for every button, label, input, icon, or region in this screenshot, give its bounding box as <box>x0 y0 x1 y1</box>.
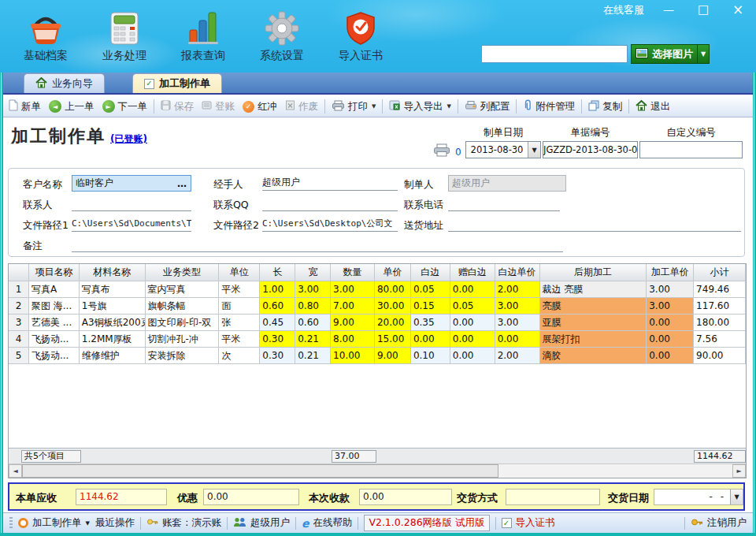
receivable-field[interactable]: 1144.62 <box>76 489 167 505</box>
grid-cell[interactable]: 0.00 <box>647 331 694 348</box>
next-order-button[interactable]: ► 下一单 <box>98 99 152 115</box>
grid-cell[interactable]: 3.00 <box>495 298 540 315</box>
delivery-method-field[interactable] <box>506 489 600 505</box>
custom-no-field[interactable] <box>639 141 743 158</box>
grid-header-cell[interactable]: 白边单价 <box>495 264 540 281</box>
nav-import-certificate[interactable]: 导入证书 <box>329 6 392 63</box>
grid-cell[interactable]: 安装拆除 <box>146 348 220 364</box>
status-doc-type[interactable]: 加工制作单 ▼ <box>18 516 90 530</box>
grid-header-cell[interactable]: 赠白边 <box>450 264 495 281</box>
grid-cell[interactable]: 展架打扣 <box>540 331 647 348</box>
status-online-help[interactable]: e 在线帮助 <box>302 516 353 530</box>
grid-cell[interactable]: 180.00 <box>694 315 746 331</box>
grid-cell[interactable]: 0.00 <box>450 348 495 364</box>
grid-cell[interactable]: 写真A <box>29 281 80 298</box>
grid-cell[interactable]: 0.60 <box>260 298 295 315</box>
grid-header-cell[interactable]: 项目名称 <box>29 264 80 281</box>
doc-no-field[interactable]: JGZZD-2013-08-30-001 <box>543 141 638 158</box>
grid-header-cell[interactable]: 长 <box>260 264 295 281</box>
grid-header-cell[interactable]: 宽 <box>295 264 331 281</box>
grid-cell[interactable]: 0.45 <box>260 315 295 331</box>
tab-processing-order[interactable]: ✓ 加工制作单 <box>132 73 222 93</box>
post-account-button[interactable]: 登账 <box>198 99 239 115</box>
grid-cell[interactable]: 80.00 <box>375 281 411 298</box>
grid-cell[interactable]: 117.60 <box>694 298 746 315</box>
row-number[interactable]: 4 <box>9 331 29 348</box>
import-export-button[interactable]: 导入导出 ▼ <box>385 99 454 115</box>
printer-icon[interactable] <box>433 143 450 160</box>
scroll-left-button[interactable]: ◄ <box>9 464 22 478</box>
grid-cell[interactable]: 749.46 <box>694 281 746 298</box>
status-import-certificate[interactable]: ✓ 导入证书 <box>502 516 555 530</box>
grid-cell[interactable]: 0.00 <box>411 331 450 348</box>
save-button[interactable]: 保存 <box>157 99 198 115</box>
grid-cell[interactable]: 9.00 <box>331 315 375 331</box>
prev-order-button[interactable]: ◄ 上一单 <box>45 99 98 115</box>
grid-cell[interactable]: 10.00 <box>331 348 375 364</box>
grid-cell[interactable]: 0.00 <box>450 331 495 348</box>
grid-cell[interactable]: 0.00 <box>647 315 694 331</box>
grid-cell[interactable]: 聚图 海... <box>29 298 80 315</box>
browse-ellipsis-button[interactable]: … <box>174 178 191 189</box>
grid-cell[interactable]: 亚膜 <box>540 315 647 331</box>
grid-cell[interactable]: 1.2MM厚板 <box>80 331 146 348</box>
nav-report-query[interactable]: 报表查询 <box>172 6 235 63</box>
grid-cell[interactable]: 7.00 <box>331 298 375 315</box>
grid-cell[interactable]: 2.00 <box>495 348 540 364</box>
grid-cell[interactable]: 1.00 <box>260 281 295 298</box>
grid-cell[interactable]: A3铜板纸200克 <box>80 315 146 331</box>
print-button[interactable]: 打印 ▼ <box>328 99 380 115</box>
grid-cell[interactable]: 0.10 <box>411 348 450 364</box>
grid-cell[interactable]: 20.00 <box>375 315 411 331</box>
grid-cell[interactable]: 维修维护 <box>80 348 146 364</box>
grid-cell[interactable]: 0.21 <box>295 348 331 364</box>
grid-header-cell[interactable]: 单位 <box>219 264 260 281</box>
grid-cell[interactable]: 次 <box>219 348 260 364</box>
grid-header-cell[interactable]: 单价 <box>375 264 411 281</box>
status-recent-actions[interactable]: 最近操作 <box>95 516 135 530</box>
handler-field[interactable]: 超级用户 <box>262 175 398 191</box>
nav-business-process[interactable]: 业务处理 <box>93 6 156 63</box>
void-button[interactable]: 作废 <box>281 99 322 115</box>
customer-field[interactable]: 临时客户 … <box>72 175 191 192</box>
new-order-button[interactable]: 新单 <box>5 98 45 115</box>
exit-button[interactable]: 退出 <box>632 99 674 115</box>
grid-cell[interactable]: 0.35 <box>411 315 450 331</box>
received-field[interactable]: 0.00 <box>359 489 452 505</box>
grid-cell[interactable]: 图文印刷-印-双 <box>146 315 220 331</box>
attachment-manager-button[interactable]: 附件管理 <box>519 98 579 115</box>
grid-cell[interactable]: 1号旗 <box>80 298 146 315</box>
tab-business-wizard[interactable]: 业务向导 <box>24 73 105 93</box>
grid-header-cell[interactable]: 加工单价 <box>647 264 694 281</box>
file-path1-field[interactable]: C:\Users\Sd\Documents\Te: <box>72 216 191 232</box>
red-reverse-button[interactable]: ✓ 红冲 <box>239 99 281 115</box>
grid-cell[interactable]: 3.00 <box>647 281 694 298</box>
grid-cell[interactable]: 平米 <box>219 281 260 298</box>
grid-cell[interactable]: 面 <box>219 298 260 315</box>
grid-cell[interactable]: 0.21 <box>295 331 331 348</box>
grid-cell[interactable]: 裁边 亮膜 <box>540 281 647 298</box>
status-current-user[interactable]: 超级用户 <box>233 516 290 530</box>
chevron-down-icon[interactable]: ▼ <box>697 45 709 63</box>
chevron-down-icon[interactable]: ▼ <box>447 103 450 110</box>
phone-field[interactable] <box>448 195 560 211</box>
column-config-button[interactable]: 列配置 <box>461 99 514 115</box>
scroll-right-button[interactable]: ► <box>732 464 746 478</box>
grid-cell[interactable]: 15.00 <box>375 331 411 348</box>
grid-header-cell[interactable]: 材料名称 <box>80 264 146 281</box>
online-support-link[interactable]: 在线客服 <box>603 3 644 17</box>
grid-header-cell[interactable]: 白边 <box>411 264 450 281</box>
grid-cell[interactable]: 飞扬动... <box>29 348 80 364</box>
grid-cell[interactable]: 30.00 <box>375 298 411 315</box>
nav-basic-archives[interactable]: 基础档案 <box>14 6 77 63</box>
grid-header-cell[interactable]: 小计 <box>694 264 746 281</box>
grid-cell[interactable]: 0.05 <box>411 281 450 298</box>
posted-status-link[interactable]: (已登账) <box>110 133 147 144</box>
file-path2-field[interactable]: C:\Users\Sd\Desktop\公司文 <box>262 216 398 232</box>
note-field[interactable] <box>72 236 563 252</box>
scrollbar-thumb[interactable] <box>22 464 498 478</box>
grid-cell[interactable]: 2.00 <box>495 281 540 298</box>
horizontal-scrollbar[interactable]: ◄ ► <box>9 463 746 478</box>
grid-cell[interactable]: 0.60 <box>295 315 331 331</box>
grid-header-cell[interactable] <box>9 264 29 281</box>
